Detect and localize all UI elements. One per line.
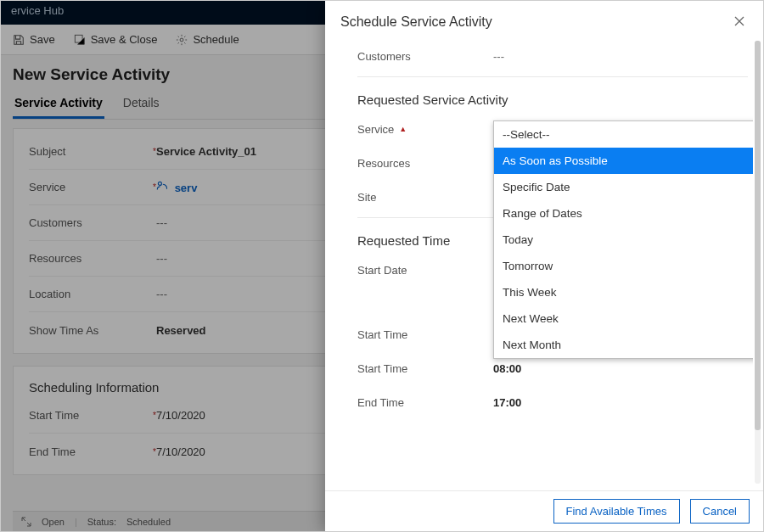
start-date-dropdown[interactable]: --Select--As Soon as PossibleSpecific Da…	[493, 120, 753, 359]
panel-start-time-label: Start Time	[357, 362, 407, 375]
panel-start-date-label: Start Date	[357, 264, 407, 277]
required-marker: ▲	[399, 125, 407, 133]
panel-customers-label: Customers	[357, 50, 411, 63]
panel-start-time-value[interactable]: 08:00	[493, 362, 748, 375]
panel-end-time-value[interactable]: 17:00	[493, 396, 748, 409]
cancel-button[interactable]: Cancel	[690, 499, 750, 524]
dropdown-option[interactable]: This Week	[494, 279, 753, 305]
dropdown-option[interactable]: Tomorrow	[494, 253, 753, 279]
find-available-times-button[interactable]: Find Available Times	[553, 499, 680, 524]
dropdown-option[interactable]: --Select--	[494, 121, 753, 148]
dropdown-option[interactable]: Next Month	[494, 332, 753, 358]
panel-time-mode-label: Start Time	[357, 328, 407, 341]
panel-footer: Find Available Times Cancel	[325, 490, 763, 531]
dropdown-option[interactable]: As Soon as Possible	[494, 148, 753, 174]
panel-service-label: Service	[357, 123, 394, 136]
panel-scroll-area: Customers --- Requested Service Activity…	[325, 34, 753, 490]
schedule-panel: Schedule Service Activity Customers --- …	[325, 1, 763, 531]
dropdown-option[interactable]: Range of Dates	[494, 200, 753, 227]
panel-customers-value[interactable]: ---	[493, 50, 748, 63]
panel-row-customers: Customers ---	[357, 39, 748, 73]
panel-site-label: Site	[357, 191, 376, 204]
requested-service-activity-title: Requested Service Activity	[357, 92, 748, 107]
close-button[interactable]	[731, 13, 748, 31]
panel-end-time-label: End Time	[357, 396, 404, 409]
panel-row-end-time: End Time 17:00	[357, 385, 748, 419]
scrollbar[interactable]	[755, 41, 761, 484]
scrollbar-thumb[interactable]	[755, 41, 761, 430]
dropdown-option[interactable]: Next Week	[494, 305, 753, 332]
dropdown-option[interactable]: Today	[494, 227, 753, 253]
dropdown-option[interactable]: Specific Date	[494, 174, 753, 200]
panel-resources-label: Resources	[357, 157, 410, 170]
panel-title: Schedule Service Activity	[340, 14, 731, 30]
close-icon	[734, 16, 744, 26]
